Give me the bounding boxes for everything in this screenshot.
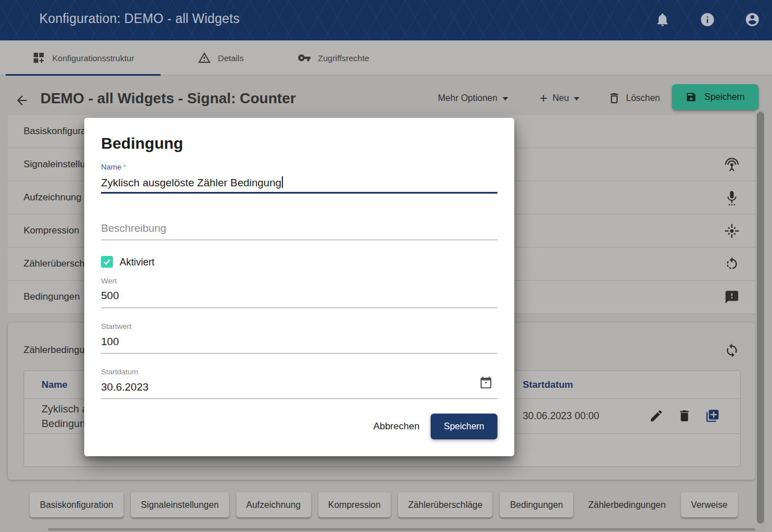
chip-zahlerbedingungen[interactable]: Zählerbedingungen <box>581 492 674 517</box>
edit-icon[interactable] <box>649 409 664 423</box>
tab-details[interactable]: Details <box>190 40 252 75</box>
startwert-input-underline <box>101 353 497 354</box>
required-marker: * <box>123 163 126 171</box>
tab-label: Zugriffsrechte <box>318 53 369 63</box>
dialog-save-button[interactable]: Speichern <box>431 414 497 439</box>
tab-konfigurationsstruktur[interactable]: Konfigurationsstruktur <box>6 40 161 75</box>
name-input-underline <box>101 192 497 194</box>
chip-basiskonfiguration[interactable]: Basiskonfiguration <box>30 492 124 517</box>
save-button[interactable]: Speichern <box>672 84 759 110</box>
delete-icon[interactable] <box>677 409 692 423</box>
chip-bedingungen[interactable]: Bedingungen <box>500 492 573 517</box>
chip-aufzeichnung[interactable]: Aufzeichnung <box>236 492 311 517</box>
calendar-icon[interactable] <box>479 376 492 389</box>
startwert-field-label: Startwert <box>101 322 131 331</box>
page-title: DEMO - all Widgets - Signal: Counter <box>40 90 296 107</box>
column-header-startdatum: Startdatum <box>523 379 573 390</box>
startwert-input[interactable]: 100 <box>101 336 119 348</box>
tabbar: Konfigurationsstruktur Details Zugriffsr… <box>0 40 772 75</box>
bedingung-dialog: Bedingung Name* Zyklisch ausgelöste Zähl… <box>84 118 514 456</box>
tab-label: Konfigurationsstruktur <box>52 53 134 63</box>
key-icon <box>298 51 311 65</box>
account-icon[interactable] <box>744 12 760 27</box>
plus-icon: + <box>540 92 547 104</box>
aktiviert-checkbox[interactable] <box>101 256 113 268</box>
check-icon <box>103 258 111 266</box>
chip-kompression[interactable]: Kompression <box>318 492 391 517</box>
vertical-scrollbar-thumb[interactable] <box>757 112 764 524</box>
aktiviert-label: Aktiviert <box>120 256 154 268</box>
name-input[interactable]: Zyklisch ausgelöste Zähler Bedingung <box>101 176 283 189</box>
antenna-icon <box>724 157 739 172</box>
more-options-button[interactable]: Mehr Optionen <box>438 90 508 107</box>
startdatum-input[interactable]: 30.6.2023 <box>101 381 149 393</box>
wert-input[interactable]: 500 <box>101 290 119 302</box>
appbar: Konfiguration: DEMO - all Widgets <box>0 0 772 40</box>
floppy-icon <box>686 91 697 103</box>
row-actions <box>649 409 720 423</box>
tab-zugriffsrechte[interactable]: Zugriffsrechte <box>285 40 382 75</box>
section-chip-bar: Basiskonfiguration Signaleinstellungen A… <box>30 492 738 517</box>
flare-icon <box>724 223 739 239</box>
feedback-icon <box>724 290 739 305</box>
beschreibung-input[interactable]: Beschreibung <box>101 222 166 235</box>
name-field-label: Name* <box>101 163 126 171</box>
chip-signaleinstellungen[interactable]: Signaleinstellungen <box>131 492 229 517</box>
dashboard-customize-icon <box>32 51 45 65</box>
sync-icon[interactable] <box>724 343 739 358</box>
chevron-down-icon <box>574 97 579 100</box>
arrow-back-icon[interactable] <box>15 93 29 108</box>
rotate-left-icon <box>724 256 739 272</box>
beschreibung-input-underline <box>101 240 497 240</box>
column-header-name: Name <box>42 379 67 390</box>
chip-verweise[interactable]: Verweise <box>681 492 738 517</box>
chevron-down-icon <box>503 97 508 100</box>
text-cursor <box>282 176 283 188</box>
new-button[interactable]: + Neu <box>540 90 579 107</box>
wert-field-label: Wert <box>101 277 117 285</box>
notifications-icon[interactable] <box>655 12 670 27</box>
duplicate-icon[interactable] <box>705 409 720 423</box>
warning-icon <box>198 51 211 65</box>
wert-input-underline <box>101 308 497 308</box>
dialog-title: Bedingung <box>101 135 183 153</box>
trash-icon <box>607 91 621 105</box>
appbar-title: Konfiguration: DEMO - all Widgets <box>39 11 240 26</box>
startdatum-field-label: Startdatum <box>101 368 138 376</box>
startdatum-input-underline <box>101 398 497 399</box>
horizontal-scrollbar[interactable] <box>48 528 755 531</box>
mic-icon <box>724 190 739 205</box>
cancel-button[interactable]: Abbrechen <box>371 421 422 432</box>
row-startdatum: 30.06.2023 00:00 <box>523 410 599 421</box>
delete-button[interactable]: Löschen <box>607 90 660 107</box>
info-icon[interactable] <box>700 12 715 27</box>
app-root: Konfiguration: DEMO - all Widgets Konfig… <box>0 0 772 532</box>
tab-label: Details <box>218 53 244 63</box>
chip-zahleruberschlage[interactable]: Zählerüberschläge <box>398 492 493 517</box>
